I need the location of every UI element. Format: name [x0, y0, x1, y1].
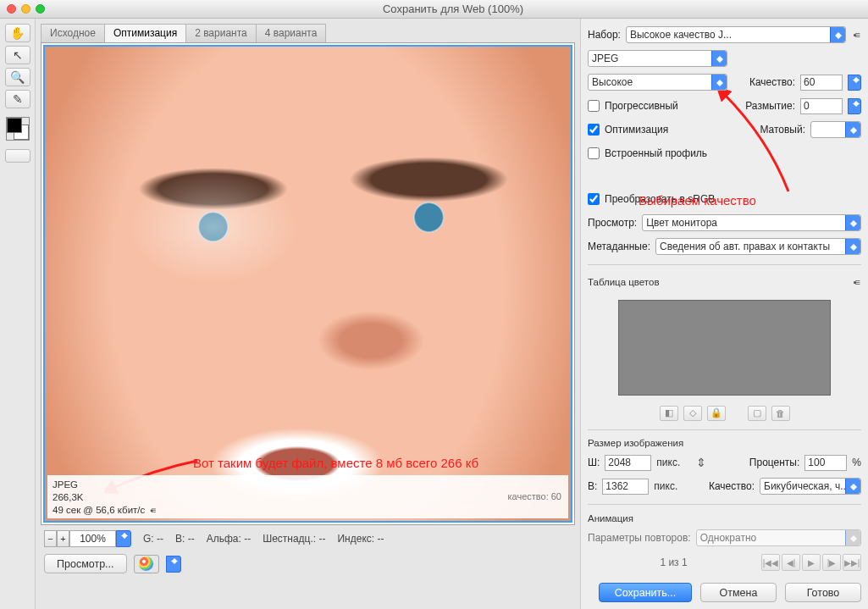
- zoom-tool-icon[interactable]: 🔍: [5, 68, 30, 86]
- metadata-select[interactable]: Сведения об авт. правах и контакты: [655, 238, 861, 255]
- toolstrip: ✋ ↖ 🔍 ✎: [0, 19, 36, 609]
- next-frame-button[interactable]: |▶: [822, 554, 841, 571]
- preview-holder: Вот таким будет файл, вместе 8 мб всего …: [41, 42, 575, 525]
- prev-frame-button[interactable]: ◀|: [782, 554, 800, 571]
- quality-input[interactable]: 60: [800, 75, 843, 91]
- info-size: 266,3K: [53, 491, 563, 504]
- zoom-in-button[interactable]: +: [57, 530, 69, 547]
- view-label: Просмотр:: [588, 217, 637, 229]
- ct-new-icon[interactable]: ▢: [748, 406, 766, 421]
- preview-menu-icon[interactable]: ▪≡: [150, 504, 154, 517]
- preview-tabs: Исходное Оптимизация 2 варианта 4 вариан…: [41, 24, 575, 42]
- color-swatch[interactable]: [6, 117, 30, 141]
- play-button[interactable]: ▶: [802, 554, 821, 571]
- cancel-button[interactable]: Отмена: [700, 583, 777, 602]
- px-label-2: пикс.: [654, 480, 677, 492]
- optimize-checkbox[interactable]: Оптимизация: [588, 124, 668, 136]
- window-title: Сохранить для Web (100%): [45, 3, 861, 15]
- slice-select-tool-icon[interactable]: ↖: [5, 46, 30, 64]
- blur-label: Размытие:: [745, 100, 795, 112]
- matte-label: Матовый:: [760, 124, 805, 136]
- status-g: G: --: [143, 533, 163, 545]
- slice-visibility-toggle[interactable]: [5, 149, 30, 163]
- settings-panel: Выбираем качество Набор: Высокое качеств…: [580, 19, 868, 609]
- tab-optimized[interactable]: Оптимизация: [104, 24, 186, 42]
- hand-tool-icon[interactable]: ✋: [5, 24, 30, 42]
- tab-original[interactable]: Исходное: [41, 24, 105, 42]
- height-input[interactable]: 1362: [602, 479, 649, 495]
- zoom-window[interactable]: [36, 4, 45, 14]
- preview-info: JPEG 266,3K 49 сек @ 56,6 кбит/с ▪≡ каче…: [47, 475, 568, 518]
- blur-input[interactable]: 0: [800, 98, 843, 114]
- image-preview[interactable]: Вот таким будет файл, вместе 8 мб всего …: [43, 45, 572, 523]
- annotation-filesize: Вот таким будет файл, вместе 8 мб всего …: [193, 456, 478, 470]
- format-select[interactable]: JPEG: [588, 50, 727, 67]
- minimize-window[interactable]: [21, 4, 30, 14]
- close-window[interactable]: [7, 4, 16, 14]
- quality-stepper[interactable]: [848, 75, 861, 91]
- browser-preview-dropdown[interactable]: [166, 556, 181, 573]
- globe-icon: [139, 556, 153, 571]
- ct-delete-icon[interactable]: 🗑: [771, 406, 790, 421]
- color-table: [618, 300, 831, 396]
- info-quality: качество: 60: [507, 490, 561, 503]
- info-format: JPEG: [53, 479, 563, 491]
- first-frame-button[interactable]: |◀◀: [761, 554, 780, 571]
- ct-map-icon[interactable]: ◇: [683, 406, 702, 421]
- status-alpha: Альфа: --: [207, 533, 251, 545]
- srgb-checkbox[interactable]: Преобразовать в sRGB: [588, 193, 715, 205]
- px-label: пикс.: [656, 457, 680, 468]
- resample-select[interactable]: Бикубическая, ч...: [760, 478, 861, 495]
- eyedropper-tool-icon[interactable]: ✎: [5, 90, 30, 108]
- height-label: В:: [588, 480, 597, 492]
- preset-select[interactable]: Высокое качество J...: [626, 26, 846, 43]
- image-size-title: Размер изображения: [588, 438, 861, 448]
- loop-label: Параметры повторов:: [588, 532, 691, 544]
- quality-preset-select[interactable]: Высокое: [588, 74, 727, 91]
- save-button[interactable]: Сохранить...: [599, 583, 692, 602]
- status-b: B: --: [175, 533, 195, 545]
- preset-menu-icon[interactable]: ▪≡: [851, 30, 861, 40]
- zoom-dropdown[interactable]: [116, 530, 131, 547]
- matte-select[interactable]: [810, 121, 861, 138]
- info-time: 49 сек @ 56,6 кбит/с: [53, 504, 145, 517]
- zoom-value[interactable]: 100%: [69, 530, 116, 547]
- blur-stepper[interactable]: [848, 98, 861, 114]
- browser-preview-button[interactable]: [134, 555, 159, 573]
- animation-page: 1 из 1: [588, 556, 760, 568]
- titlebar: Сохранить для Web (100%): [0, 0, 868, 19]
- animation-title: Анимация: [588, 513, 861, 523]
- embed-profile-checkbox[interactable]: Встроенный профиль: [588, 147, 707, 159]
- quality-label: Качество:: [749, 76, 795, 88]
- status-index: Индекс: --: [337, 533, 384, 545]
- percent-sign: %: [852, 457, 861, 468]
- preset-label: Набор:: [588, 29, 621, 41]
- percent-label: Проценты:: [749, 457, 799, 468]
- statusbar: − + 100% G: -- B: -- Альфа: -- Шестнадц.…: [41, 525, 575, 551]
- width-input[interactable]: 2048: [605, 455, 651, 471]
- done-button[interactable]: Готово: [785, 583, 861, 602]
- ct-pick-icon[interactable]: ◧: [660, 406, 678, 421]
- width-label: Ш:: [588, 457, 600, 468]
- color-table-title: Таблица цветов: [588, 277, 660, 287]
- percent-input[interactable]: 100: [804, 455, 847, 471]
- color-table-menu-icon[interactable]: ▪≡: [851, 277, 861, 287]
- zoom-out-button[interactable]: −: [44, 530, 57, 547]
- last-frame-button[interactable]: ▶▶|: [843, 554, 861, 571]
- status-hex: Шестнадц.: --: [263, 533, 325, 545]
- loop-select: Однократно: [696, 529, 861, 546]
- metadata-label: Метаданные:: [588, 241, 650, 252]
- ct-lock-icon[interactable]: 🔒: [707, 406, 726, 421]
- link-dimensions-icon[interactable]: ⇕: [694, 456, 709, 469]
- view-select[interactable]: Цвет монитора: [642, 214, 861, 231]
- resample-label: Качество:: [709, 480, 755, 492]
- progressive-checkbox[interactable]: Прогрессивный: [588, 100, 678, 112]
- tab-4up[interactable]: 4 варианта: [256, 24, 327, 42]
- preview-button[interactable]: Просмотр...: [44, 554, 127, 573]
- tab-2up[interactable]: 2 варианта: [185, 24, 257, 42]
